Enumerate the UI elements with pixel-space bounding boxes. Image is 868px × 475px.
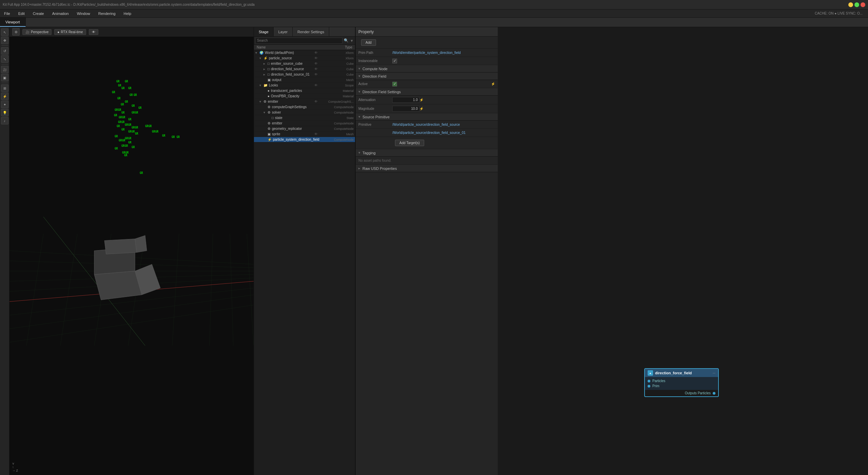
svg-marker-24 — [135, 236, 147, 253]
minimize-button[interactable] — [848, 2, 853, 7]
tree-item-direction-source-01[interactable]: ▸ □ direction_field_source_01 👁 Cube — [254, 72, 355, 77]
tree-toggle-looks[interactable]: ▾ — [259, 83, 263, 87]
tree-item-omnipbr[interactable]: ▸ ● OmniPBR_Opacity Material — [254, 94, 355, 99]
tree-toggle-particle-source[interactable]: ▾ — [259, 56, 263, 60]
tree-item-solver[interactable]: ▾ ⚙ solver ComputeNode — [254, 110, 355, 115]
perspective-btn[interactable]: 🎥 Perspective — [22, 29, 52, 35]
attenuation-field[interactable] — [392, 97, 419, 103]
rtx-btn[interactable]: ● RTX Real-time — [54, 29, 86, 35]
tree-eye-particle-source[interactable]: 👁 — [314, 56, 320, 60]
tool-scale[interactable]: ⤡ — [1, 55, 8, 63]
svg-line-18 — [9, 281, 254, 302]
tree-item-geometry-replicator[interactable]: ▸ ⚙ geometry_replicator ComputeNode — [254, 126, 355, 132]
instanceable-checkbox[interactable]: ✓ — [392, 59, 397, 63]
magnitude-label: Magnitude — [358, 107, 392, 111]
menu-file[interactable]: File — [3, 11, 12, 16]
tree-item-output[interactable]: ▸ ▣ output 👁 Mesh — [254, 77, 355, 83]
tree-item-emitter-node[interactable]: ▸ ⚙ emitter ComputeNode — [254, 121, 355, 126]
section-direction-field-settings[interactable]: ▾ Direction Field Settings — [356, 88, 498, 96]
tree-toggle-emitter-cube[interactable]: ▸ — [263, 62, 268, 65]
menu-edit[interactable]: Edit — [17, 11, 26, 16]
tool-move[interactable]: ✥ — [1, 37, 8, 44]
stage-eye-header — [313, 45, 318, 49]
menu-create[interactable]: Create — [32, 11, 45, 16]
node-graph-popup[interactable]: ▲ direction_force_field ··· Particles Pr… — [644, 368, 719, 397]
add-button[interactable]: Add — [361, 39, 376, 46]
tool-audio[interactable]: ♪ — [1, 117, 8, 124]
property-panel: Property Add Prim Path /World/emitter/pa… — [355, 27, 498, 475]
tree-toggle-emitter[interactable]: ▾ — [259, 100, 263, 103]
tree-item-emitter[interactable]: ▾ ⚙ emitter 👁 ComputeGraphS... — [254, 99, 355, 104]
active-checkbox[interactable]: ✓ — [392, 82, 397, 86]
magnitude-override-icon[interactable]: ⚡ — [419, 107, 425, 111]
add-targets-button[interactable]: Add Target(s) — [395, 140, 424, 146]
viewport-canvas[interactable]: GR GR GR GR GR GR GR GR GR GR GR GR GR G… — [9, 37, 254, 475]
node-graph-menu-icon[interactable]: ··· — [713, 371, 715, 375]
tree-item-state[interactable]: ▸ □ state State — [254, 115, 355, 121]
tool-physics[interactable]: ⚡ — [1, 93, 8, 100]
tab-viewport[interactable]: Viewport — [0, 18, 26, 27]
stage-search-input[interactable] — [255, 38, 342, 44]
tree-name-geo-rep: geometry_replicator — [272, 127, 320, 131]
menu-help[interactable]: Help — [122, 11, 133, 16]
attenuation-label: Attenuation — [358, 98, 392, 102]
particle-text-21: GRGR — [125, 123, 131, 126]
tree-item-looks[interactable]: ▾ 📁 Looks 👁 Scope — [254, 83, 355, 88]
tree-eye-direction-source[interactable]: 👁 — [314, 67, 320, 71]
stage-search-icon[interactable]: 🔍 — [344, 38, 349, 43]
menu-window[interactable]: Window — [76, 11, 92, 16]
tree-eye-emitter[interactable]: 👁 — [314, 100, 320, 103]
tree-name-emitter: emitter — [268, 100, 314, 103]
tool-snap[interactable]: ⊞ — [1, 84, 8, 92]
tree-item-emitter-cube[interactable]: ▸ □ emitter_source_cube 👁 Cube — [254, 61, 355, 66]
close-button[interactable] — [861, 2, 865, 7]
tree-eye-emitter-cube[interactable]: 👁 — [314, 62, 320, 65]
maximize-button[interactable] — [854, 2, 859, 7]
tab-layer[interactable]: Layer — [274, 27, 293, 36]
tree-eye-looks[interactable]: 👁 — [314, 83, 320, 87]
tree-item-direction-source[interactable]: ▸ □ direction_field_source 👁 Cube — [254, 66, 355, 72]
particle-text-12: GR — [132, 104, 135, 107]
tool-camera[interactable]: 🎥 — [1, 66, 8, 73]
tree-icon-emitter-node: ⚙ — [268, 121, 271, 125]
section-raw-usd[interactable]: ▸ Raw USD Properties — [356, 165, 498, 172]
tool-rotate[interactable]: ↺ — [1, 47, 8, 55]
viewport[interactable]: ⚙ 🎥 Perspective ● RTX Real-time 👁 — [9, 27, 254, 475]
stage-filter-icon[interactable]: ▼ — [350, 39, 354, 43]
tree-toggle-world[interactable]: ▾ — [255, 51, 259, 55]
tree-eye-world[interactable]: 👁 — [314, 51, 320, 55]
tree-toggle-solver[interactable]: ▾ — [263, 111, 268, 114]
particle-text-27: GR — [115, 135, 118, 138]
menu-animation[interactable]: Animation — [51, 11, 70, 16]
active-label: Active — [358, 82, 392, 86]
tab-stage[interactable]: Stage — [254, 27, 274, 36]
menu-rendering[interactable]: Rendering — [97, 11, 117, 16]
tree-item-world[interactable]: ▾ 🌍 World (defaultPrim) 👁 Xform — [254, 50, 355, 56]
tree-eye-direction-source-01[interactable]: 👁 — [314, 73, 320, 76]
section-direction-field[interactable]: ▾ Direction Field — [356, 73, 498, 80]
tree-eye-sprite[interactable]: 👁 — [314, 132, 320, 136]
tree-item-compute-settings[interactable]: ▸ ⚙ computeGraphSettings ComputeNode — [254, 104, 355, 110]
section-compute-node[interactable]: ▾ Compute Node — [356, 65, 498, 73]
attenuation-override-icon[interactable]: ⚡ — [419, 98, 425, 102]
tool-particles[interactable]: ✦ — [1, 101, 8, 108]
svg-line-6 — [9, 295, 254, 329]
tab-render-settings[interactable]: Render Settings — [293, 27, 329, 36]
tool-light[interactable]: 💡 — [1, 109, 8, 116]
magnitude-field[interactable] — [392, 106, 419, 112]
tree-name-world: World (defaultPrim) — [265, 51, 314, 55]
tree-toggle-direction-source-01[interactable]: ▸ — [263, 73, 268, 76]
eye-btn[interactable]: 👁 — [89, 29, 98, 35]
tree-item-particle-source[interactable]: ▾ ⚡ particle_source 👁 Xform — [254, 56, 355, 61]
tool-mesh[interactable]: ▣ — [1, 74, 8, 81]
tree-item-sprite[interactable]: ▸ ▣ sprite 👁 Mesh — [254, 132, 355, 137]
particle-text-39: GR GR — [172, 136, 180, 139]
section-tagging[interactable]: ▾ Tagging — [356, 149, 498, 157]
tree-item-direction-field[interactable]: ▸ ⚡ particle_system_direction_field Comp… — [254, 137, 355, 142]
viewport-settings-btn[interactable]: ⚙ — [12, 28, 20, 36]
tool-select[interactable]: ↖ — [1, 28, 8, 36]
tree-toggle-direction-source[interactable]: ▸ — [263, 67, 268, 71]
tree-item-translucent[interactable]: ▸ ● translucent_particles Material — [254, 88, 355, 94]
particle-text-40: GR — [140, 172, 143, 175]
section-source-primitive[interactable]: ▾ Source Primitive — [356, 113, 498, 121]
